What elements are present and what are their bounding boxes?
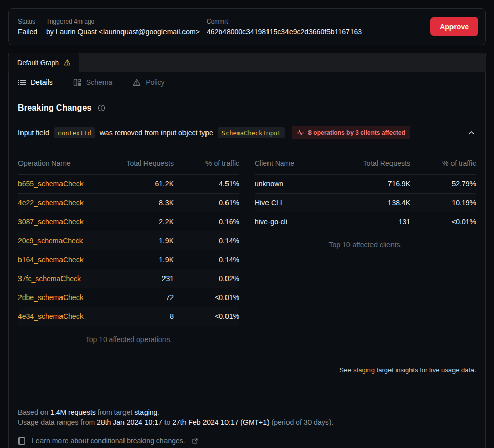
type-code-badge: SchemaCheckInput (218, 127, 285, 138)
operation-link[interactable]: 4e22_schemaCheck (18, 199, 84, 207)
table-row: hive-go-cli 131 <0.01% (255, 212, 476, 231)
clients-table-caption: Top 10 affected clients. (255, 231, 476, 249)
requests-cell: 131 (333, 212, 410, 231)
operation-link[interactable]: 37fc_schemaCheck (18, 274, 81, 283)
book-icon (18, 437, 26, 445)
table-row: b164_schemaCheck 1.9K 0.14% (18, 250, 239, 269)
based-on-line: Based on 1.4M requests from target stagi… (18, 407, 476, 417)
breaking-changes-heading: Breaking Changes (18, 103, 476, 113)
commit-column: Commit 462b48000c34198115c34e9c2d3660f5b… (207, 18, 430, 36)
table-row: 20c9_schemaCheck 1.9K 0.14% (18, 231, 239, 250)
traffic-cell: <0.01% (174, 307, 239, 326)
clients-table: Client Name Total Requests % of traffic … (255, 154, 476, 231)
traffic-cell: 0.16% (174, 212, 239, 231)
status-label: Status (18, 18, 46, 25)
requests-cell: 72 (96, 288, 174, 307)
check-subtabs: Details Schema Policy (9, 72, 485, 93)
table-row: 37fc_schemaCheck 231 0.02% (18, 269, 239, 288)
based-prefix: Based on (18, 408, 50, 416)
usage-prefix: Usage data ranges from (18, 418, 97, 426)
external-link-icon (192, 438, 198, 444)
staging-target-link[interactable]: staging (353, 366, 375, 374)
operations-table-caption: Top 10 affected operations. (18, 326, 239, 344)
operation-link[interactable]: 2dbe_schemaCheck (18, 293, 84, 302)
table-row: b655_schemaCheck 61.2K 4.51% (18, 175, 239, 194)
schema-icon (73, 78, 81, 87)
table-row: 3087_schemaCheck 2.2K 0.16% (18, 212, 239, 231)
table-row: 2dbe_schemaCheck 72 <0.01% (18, 288, 239, 307)
requests-cell: 716.9K (333, 175, 410, 194)
traffic-cell: 0.14% (174, 231, 239, 250)
alert-triangle-icon (133, 78, 141, 87)
table-row: 4e22_schemaCheck 8.3K 0.61% (18, 194, 239, 212)
tab-details-label: Details (31, 78, 53, 87)
traffic-cell: 0.14% (174, 250, 239, 269)
usage-range-line: Usage data ranges from 28th Jan 2024 10:… (18, 417, 476, 428)
requests-cell: 2.2K (96, 212, 174, 231)
breaking-change-row: Input field contextId was removed from i… (18, 126, 476, 139)
operation-link[interactable]: 3087_schemaCheck (18, 218, 84, 226)
traffic-cell: <0.01% (410, 212, 476, 231)
status-column: Status Failed (18, 18, 46, 36)
requests-cell: 231 (96, 269, 174, 288)
section-title: Breaking Changes (18, 103, 92, 113)
triggered-by: by Laurin Quast <laurinquast@googlemail.… (46, 28, 207, 36)
change-middle: was removed from input object type (100, 129, 213, 137)
insights-note-suffix: target insights for live usage data. (375, 366, 476, 374)
clients-col-traffic-header: % of traffic (410, 154, 476, 175)
tab-details[interactable]: Details (18, 78, 53, 87)
operations-col-requests-header: Total Requests (96, 154, 174, 175)
commit-label: Commit (207, 18, 430, 25)
based-requests: 1.4M requests (50, 408, 96, 416)
operation-link[interactable]: b164_schemaCheck (18, 255, 84, 264)
field-code-badge: contextId (54, 127, 95, 138)
change-prefix: Input field (18, 129, 49, 137)
tab-policy[interactable]: Policy (133, 78, 164, 87)
usage-footer: Based on 1.4M requests from target stagi… (18, 407, 476, 446)
traffic-cell: 52.79% (410, 175, 476, 194)
check-status-card: Status Failed Triggered 4m ago by Laurin… (8, 8, 486, 45)
affected-tables: Operation Name Total Requests % of traff… (18, 154, 476, 344)
triggered-label: Triggered 4m ago (46, 18, 207, 25)
footer-divider (18, 390, 476, 390)
approve-button[interactable]: Approve (430, 17, 478, 36)
triggered-column: Triggered 4m ago by Laurin Quast <laurin… (46, 18, 207, 36)
tab-default-graph[interactable]: Default Graph (9, 53, 79, 72)
based-suffix: . (157, 408, 159, 416)
clients-col-requests-header: Total Requests (333, 154, 410, 175)
tab-policy-label: Policy (146, 78, 164, 87)
table-row: Hive CLI 138.4K 10.19% (255, 194, 476, 212)
table-row: 4e34_schemaCheck 8 <0.01% (18, 307, 239, 326)
usage-from-date: 28th Jan 2024 10:17 (97, 418, 162, 426)
clients-column: Client Name Total Requests % of traffic … (255, 154, 476, 344)
operation-link[interactable]: 20c9_schemaCheck (18, 237, 83, 245)
operations-table: Operation Name Total Requests % of traff… (18, 154, 239, 326)
graph-tab-label: Default Graph (17, 59, 59, 67)
learn-more-link[interactable]: Learn more about conditional breaking ch… (18, 436, 198, 446)
requests-cell: 8 (96, 307, 174, 326)
usage-to-word: to (162, 418, 172, 426)
requests-cell: 1.9K (96, 231, 174, 250)
commit-hash: 462b48000c34198115c34e9c2d3660f5b1167163 (207, 28, 430, 36)
operation-link[interactable]: 4e34_schemaCheck (18, 312, 84, 321)
operations-col-name-header: Operation Name (18, 154, 96, 175)
client-name-cell: hive-go-cli (255, 212, 333, 231)
info-icon[interactable] (98, 104, 105, 112)
learn-more-label: Learn more about conditional breaking ch… (32, 436, 186, 446)
operation-link[interactable]: b655_schemaCheck (18, 180, 84, 188)
collapse-chevron-up-icon[interactable] (467, 128, 476, 137)
pulse-icon (297, 129, 304, 136)
traffic-cell: 10.19% (410, 194, 476, 212)
graph-tabstrip: Default Graph (8, 53, 486, 72)
details-content: Breaking Changes Input field contextId w… (9, 93, 485, 448)
usage-suffix: (period of 30 days). (270, 418, 334, 426)
schema-check-panel: Default Graph Details (8, 53, 486, 448)
table-row: unknown 716.9K 52.79% (255, 175, 476, 194)
client-name-cell: unknown (255, 175, 333, 194)
tab-schema[interactable]: Schema (73, 78, 112, 87)
requests-cell: 61.2K (96, 175, 174, 194)
list-icon (18, 78, 26, 87)
affected-operations-label: 8 operations by 3 clients affected (308, 129, 405, 136)
affected-operations-badge[interactable]: 8 operations by 3 clients affected (292, 126, 410, 139)
based-target: staging (134, 408, 157, 416)
